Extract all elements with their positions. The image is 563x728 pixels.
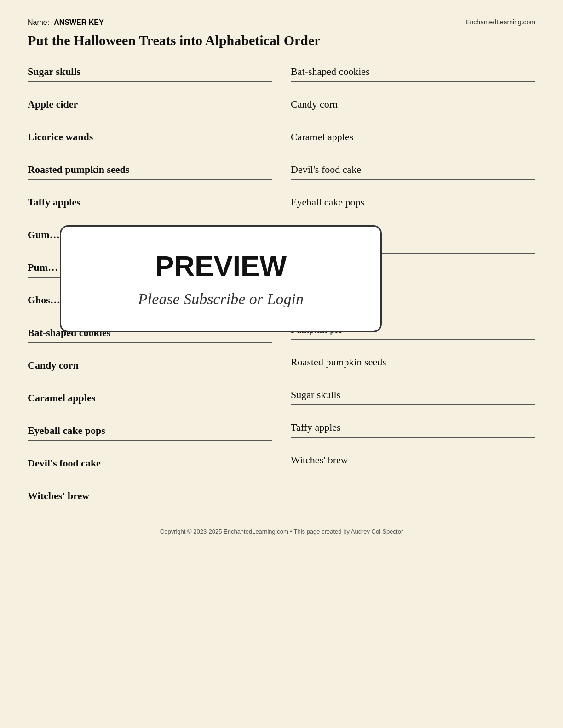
name-line: Name: ANSWER KEY: [28, 18, 192, 28]
item-line: [28, 81, 272, 82]
item-label: Roasted pumpkin seeds: [28, 159, 272, 177]
item-label: Candy corn: [291, 94, 535, 112]
list-item: Roasted pumpkin seeds: [291, 352, 535, 372]
footer: Copyright © 2023-2025 EnchantedLearning.…: [28, 528, 535, 535]
item-line: [28, 179, 272, 180]
list-item: Caramel apples: [291, 126, 535, 147]
item-line: [28, 473, 272, 473]
item-label: Eyeball cake pops: [291, 192, 535, 210]
list-item: Witches' brew: [28, 485, 272, 506]
list-item: Candy corn: [291, 94, 535, 114]
item-line: [291, 404, 535, 405]
item-line: [28, 506, 272, 506]
preview-subtitle: Please Subscribe or Login: [138, 290, 304, 308]
list-item: Roasted pumpkin seeds: [28, 159, 272, 180]
list-item: Bat-shaped cookies: [291, 61, 535, 82]
list-item: Licorice wands: [28, 126, 272, 147]
item-line: [291, 114, 535, 114]
item-label: Apple cider: [28, 94, 272, 112]
item-label: Caramel apples: [28, 387, 272, 406]
item-line: [291, 437, 535, 438]
item-label: Candy corn: [28, 355, 272, 373]
list-item: Taffy apples: [28, 192, 272, 212]
item-label: Sugar skulls: [28, 61, 272, 80]
header: Name: ANSWER KEY EnchantedLearning.com: [28, 18, 535, 28]
item-line: [291, 179, 535, 180]
site-name: EnchantedLearning.com: [465, 18, 535, 26]
item-label: Taffy apples: [28, 192, 272, 210]
list-item: Eyeball cake pops: [28, 420, 272, 441]
item-label: Eyeball cake pops: [28, 420, 272, 438]
name-value: ANSWER KEY: [54, 18, 192, 28]
list-item: Sugar skulls: [28, 61, 272, 82]
item-label: Roasted pumpkin seeds: [291, 352, 535, 370]
item-label: Sugar skulls: [291, 384, 535, 403]
item-label: Devil's food cake: [291, 159, 535, 177]
item-line: [291, 212, 535, 212]
list-item: Sugar skulls: [291, 384, 535, 405]
item-label: Licorice wands: [28, 126, 272, 145]
item-line: [28, 114, 272, 114]
item-label: Taffy apples: [291, 417, 535, 435]
list-item: Apple cider: [28, 94, 272, 114]
item-line: [291, 81, 535, 82]
item-line: [28, 342, 272, 343]
item-line: [28, 440, 272, 441]
name-label: Name:: [28, 18, 49, 27]
item-line: [291, 372, 535, 372]
list-item: Devil's food cake: [28, 453, 272, 473]
item-line: [28, 212, 272, 212]
item-line: [291, 339, 535, 340]
item-line: [291, 470, 535, 470]
list-item: Eyeball cake pops: [291, 192, 535, 212]
item-label: Devil's food cake: [28, 453, 272, 471]
list-item: Candy corn: [28, 355, 272, 375]
item-line: [28, 408, 272, 408]
item-line: [28, 147, 272, 147]
list-item: Caramel apples: [28, 387, 272, 408]
item-label: Witches' brew: [28, 485, 272, 504]
item-line: [291, 147, 535, 147]
list-item: Taffy apples: [291, 417, 535, 438]
list-item: Witches' brew: [291, 449, 535, 470]
preview-title: PREVIEW: [155, 250, 287, 282]
item-label: Witches' brew: [291, 449, 535, 468]
item-label: Caramel apples: [291, 126, 535, 145]
page-title: Put the Halloween Treats into Alphabetic…: [28, 33, 535, 48]
item-line: [28, 375, 272, 375]
list-item: Devil's food cake: [291, 159, 535, 180]
item-label: Bat-shaped cookies: [291, 61, 535, 80]
preview-overlay: PREVIEW Please Subscribe or Login: [60, 225, 382, 332]
